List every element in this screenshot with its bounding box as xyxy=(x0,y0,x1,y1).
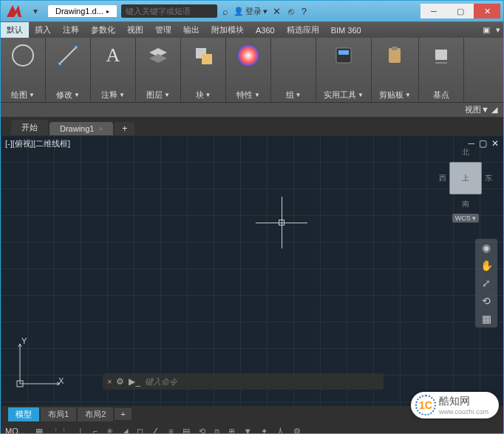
utilities-icon xyxy=(329,41,358,70)
tab-output[interactable]: 输出 xyxy=(177,22,205,38)
cmdline-close-icon[interactable]: × xyxy=(107,377,112,386)
svg-rect-5 xyxy=(202,54,212,64)
wcs-label[interactable]: WCS ▾ xyxy=(452,214,480,223)
sb-lineweight-icon[interactable]: ≡ xyxy=(166,422,176,434)
sb-workspace-icon[interactable]: ⚙ xyxy=(290,422,304,434)
panel-modify[interactable]: 修改▼ xyxy=(46,38,91,102)
sb-filter-icon[interactable]: ▼ xyxy=(241,422,255,434)
grid xyxy=(1,135,503,406)
tab-manage[interactable]: 管理 xyxy=(149,22,177,38)
svg-rect-11 xyxy=(435,50,447,60)
sb-iso-icon[interactable]: ◢ xyxy=(119,422,131,434)
tab-annotate[interactable]: 注释 xyxy=(57,22,85,38)
command-line[interactable]: × ⚙ ▶_ 键入命令 xyxy=(103,373,384,390)
ribbon: 绘图▼ 修改▼ A 注释▼ 图层▼ 块▼ 特性▼ 组▼ 实用工具▼ xyxy=(1,38,503,103)
svg-point-2 xyxy=(58,62,61,65)
new-tab-button[interactable]: + xyxy=(115,122,134,135)
nav-orbit-icon[interactable]: ⟲ xyxy=(482,295,491,307)
sb-gizmo-icon[interactable]: ✦ xyxy=(258,422,270,434)
tab-model[interactable]: 模型 xyxy=(8,407,39,421)
add-layout-button[interactable]: + xyxy=(115,408,131,420)
sb-ortho-icon[interactable]: ⌐ xyxy=(90,422,101,434)
cmdline-prompt-icon: ▶_ xyxy=(129,376,140,387)
sb-infer-icon[interactable]: ⊥ xyxy=(74,422,87,434)
share-icon[interactable]: ⎋ xyxy=(286,6,296,17)
cmdline-customize-icon[interactable]: ⚙ xyxy=(116,376,124,387)
sb-3dosnap-icon[interactable]: ⧈ xyxy=(211,422,222,434)
panel-block[interactable]: 块▼ xyxy=(181,38,226,102)
panel-annotate[interactable]: A 注释▼ xyxy=(91,38,136,102)
tab-view[interactable]: 视图 xyxy=(121,22,149,38)
panel-properties[interactable]: 特性▼ xyxy=(226,38,271,102)
tab-bim360[interactable]: BIM 360 xyxy=(325,22,367,38)
minimize-button[interactable]: ─ xyxy=(420,4,447,18)
maximize-button[interactable]: ▢ xyxy=(447,4,474,18)
login-button[interactable]: 👤 登录 ▾ xyxy=(234,6,268,17)
sb-snap-icon[interactable]: ⋮⋮ xyxy=(49,422,71,434)
svg-point-3 xyxy=(75,46,78,49)
svg-point-6 xyxy=(238,45,259,66)
tab-insert[interactable]: 插入 xyxy=(29,22,57,38)
sb-dynamic-icon[interactable]: ⊕ xyxy=(225,422,238,434)
sb-osnap-icon[interactable]: ◻ xyxy=(134,422,146,434)
vp-close-icon[interactable]: ✕ xyxy=(491,138,499,149)
sb-transparency-icon[interactable]: ▤ xyxy=(180,422,193,434)
navigation-bar: ◉ ✋ ⤢ ⟲ ▦ xyxy=(475,239,497,328)
document-title-tab[interactable]: Drawing1.d... ▸ xyxy=(48,5,117,17)
layer-icon xyxy=(143,41,173,70)
titlebar: ▾ Drawing1.d... ▸ ⌕ 👤 登录 ▾ ✕ ⎋ ? ─ ▢ ✕ xyxy=(1,1,503,21)
document-tabs: 开始 Drawing1× + xyxy=(1,118,503,135)
close-icon[interactable]: × xyxy=(98,125,103,133)
tab-start[interactable]: 开始 xyxy=(11,120,48,135)
svg-line-1 xyxy=(60,47,76,64)
nav-zoom-icon[interactable]: ⤢ xyxy=(482,277,491,289)
panel-draw[interactable]: 绘图▼ xyxy=(1,38,46,102)
sb-grid-icon[interactable]: ▦ xyxy=(33,422,46,434)
tab-layout1[interactable]: 布局1 xyxy=(41,407,76,421)
qat-dropdown[interactable]: ▾ xyxy=(29,4,42,18)
ribbon-focus-icon[interactable]: ▣ xyxy=(480,25,493,35)
tab-featured[interactable]: 精选应用 xyxy=(281,22,325,38)
sb-polar-icon[interactable]: ✳ xyxy=(103,422,116,434)
nav-show-icon[interactable]: ▦ xyxy=(482,313,491,325)
nav-pan-icon[interactable]: ✋ xyxy=(480,260,493,271)
ribbon-view-dropdown[interactable]: 视图 ▼ ◢ xyxy=(1,103,503,118)
tab-a360[interactable]: A360 xyxy=(250,22,281,38)
doc-dropdown-icon: ▸ xyxy=(106,8,109,15)
sb-otrack-icon[interactable]: ∠ xyxy=(149,422,163,434)
status-text: MO... xyxy=(5,427,30,434)
help-icon[interactable]: ? xyxy=(299,6,309,17)
exchange-icon[interactable]: ✕ xyxy=(270,6,283,17)
panel-group[interactable]: 组▼ xyxy=(271,38,316,102)
tab-default[interactable]: 默认 xyxy=(1,22,29,38)
watermark: 1C 酷知网 www.coozhi.com xyxy=(411,392,499,418)
basepoint-icon xyxy=(426,41,456,70)
search-icon[interactable]: ⌕ xyxy=(220,6,231,17)
drawing-viewport[interactable]: [-][俯视][二维线框] ─ ▢ ✕ 北 西 上 东 南 WCS ▾ ◉ ✋ … xyxy=(1,135,503,406)
status-bar: MO... ▦ ⋮⋮ ⊥ ⌐ ✳ ◢ ◻ ∠ ≡ ▤ ⟲ ⧈ ⊕ ▼ ✦ 人 ⚙ xyxy=(1,422,503,434)
tab-addons[interactable]: 附加模块 xyxy=(205,22,250,38)
nav-wheel-icon[interactable]: ◉ xyxy=(482,242,491,254)
panel-utilities[interactable]: 实用工具▼ xyxy=(316,38,372,102)
draw-icon xyxy=(8,41,38,70)
cmdline-placeholder: 键入命令 xyxy=(145,376,177,387)
svg-rect-8 xyxy=(338,50,349,55)
panel-basepoint[interactable]: 基点 xyxy=(419,38,464,102)
app-logo[interactable] xyxy=(4,3,24,19)
sb-cycling-icon[interactable]: ⟲ xyxy=(196,422,208,434)
ribbon-collapse-icon[interactable]: ▾ xyxy=(493,25,503,35)
panel-layer[interactable]: 图层▼ xyxy=(136,38,181,102)
block-icon xyxy=(188,41,218,70)
search-input[interactable] xyxy=(121,4,217,18)
tab-drawing1[interactable]: Drawing1× xyxy=(50,122,113,135)
panel-clipboard[interactable]: 剪贴板▼ xyxy=(372,38,419,102)
viewport-label[interactable]: [-][俯视][二维线框] xyxy=(5,138,70,149)
viewcube-face[interactable]: 上 xyxy=(449,162,482,194)
watermark-logo-icon: 1C xyxy=(415,395,436,416)
tab-layout2[interactable]: 布局2 xyxy=(78,407,113,421)
ribbon-tabs: 默认 插入 注释 参数化 视图 管理 输出 附加模块 A360 精选应用 BIM… xyxy=(1,21,503,38)
tab-parametric[interactable]: 参数化 xyxy=(85,22,121,38)
close-button[interactable]: ✕ xyxy=(474,4,500,18)
viewcube[interactable]: 北 西 上 东 南 WCS ▾ xyxy=(440,147,491,214)
sb-annoscale-icon[interactable]: 人 xyxy=(273,422,287,434)
